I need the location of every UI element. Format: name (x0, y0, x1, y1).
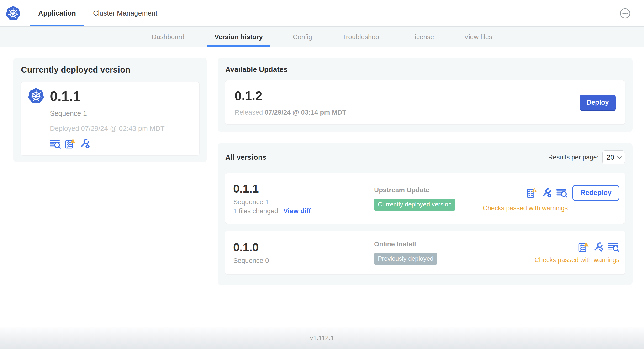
deployed-timestamp: Deployed 07/29/24 @ 02:43 pm MDT (50, 124, 193, 132)
app-icon (28, 87, 45, 105)
version-row-0-1-0: 0.1.0 Sequence 0 Online Install Previous… (225, 230, 626, 274)
currently-deployed-badge: Currently deployed version (374, 198, 456, 210)
subtab-config[interactable]: Config (286, 27, 319, 47)
config-wrench-icon[interactable] (593, 242, 604, 252)
row-sequence: Sequence 1 (233, 198, 374, 206)
currently-deployed-card: Currently deployed version 0.1.1 Sequenc… (13, 58, 207, 162)
diff-icon[interactable] (608, 242, 620, 252)
deployed-version-number: 0.1.1 (50, 88, 81, 104)
all-versions-title: All versions (225, 153, 266, 161)
right-column: Available Updates 0.1.2 Released 07/29/2… (218, 58, 632, 285)
view-diff-link[interactable]: View diff (283, 207, 311, 215)
results-per-page-value: 20 (606, 154, 614, 161)
results-per-page-select[interactable]: 20 (602, 150, 625, 164)
version-source: Online Install (374, 240, 534, 248)
config-wrench-icon[interactable] (541, 188, 552, 198)
diff-icon[interactable] (556, 188, 568, 198)
checks-status-link[interactable]: Checks passed with warnings (483, 204, 568, 212)
deployed-sequence: Sequence 1 (50, 110, 193, 118)
preflight-checks-warning-icon[interactable] (65, 138, 76, 149)
row-version-number: 0.1.0 (233, 241, 374, 254)
files-changed-label: 1 files changed (233, 207, 278, 215)
subtab-view-files[interactable]: View files (457, 27, 500, 47)
currently-deployed-title: Currently deployed version (21, 65, 199, 74)
update-row: 0.1.2 Released 07/29/24 @ 03:14 pm MDT D… (225, 80, 626, 124)
available-updates-title: Available Updates (225, 66, 625, 74)
footer: v1.112.1 (0, 327, 644, 349)
version-row-0-1-1: 0.1.1 Sequence 1 1 files changed View di… (225, 173, 626, 224)
console-version: v1.112.1 (310, 334, 334, 342)
main-content: Currently deployed version 0.1.1 Sequenc… (0, 47, 644, 327)
top-nav: Application Cluster Management (0, 0, 644, 27)
released-timestamp: 07/29/24 @ 03:14 pm MDT (265, 108, 346, 116)
sub-nav: Dashboard Version history Config Trouble… (0, 27, 644, 47)
available-updates-card: Available Updates 0.1.2 Released 07/29/2… (218, 58, 632, 132)
preflight-checks-warning-icon[interactable] (578, 242, 589, 252)
deploy-button[interactable]: Deploy (580, 94, 616, 110)
all-versions-card: All versions Results per page: 20 0.1.1 … (218, 143, 632, 285)
tab-application[interactable]: Application (30, 0, 84, 26)
row-sequence: Sequence 0 (233, 257, 374, 264)
diff-icon[interactable] (50, 139, 61, 149)
config-wrench-icon[interactable] (80, 138, 90, 149)
subtab-license[interactable]: License (404, 27, 441, 47)
row-version-number: 0.1.1 (233, 182, 374, 195)
deployed-version-card: 0.1.1 Sequence 1 Deployed 07/29/24 @ 02:… (20, 82, 200, 156)
ellipsis-menu-icon[interactable] (620, 8, 631, 19)
subtab-version-history[interactable]: Version history (208, 27, 270, 47)
checks-status-link[interactable]: Checks passed with warnings (534, 256, 620, 264)
redeploy-button[interactable]: Redeploy (572, 185, 620, 201)
preflight-checks-warning-icon[interactable] (526, 188, 537, 198)
chevron-down-icon (617, 156, 622, 159)
subtab-troubleshoot[interactable]: Troubleshoot (335, 27, 388, 47)
previously-deployed-badge: Previously deployed (374, 253, 437, 265)
tab-cluster-management[interactable]: Cluster Management (84, 0, 166, 26)
update-released-line: Released 07/29/24 @ 03:14 pm MDT (235, 108, 346, 116)
results-per-page-label: Results per page: (548, 154, 599, 161)
page: Application Cluster Management Dashboard… (0, 0, 644, 349)
subtab-dashboard[interactable]: Dashboard (145, 27, 192, 47)
app-tabs: Application Cluster Management (30, 0, 166, 26)
version-source: Upstream Update (374, 186, 483, 194)
kubernetes-logo-icon (5, 5, 21, 22)
update-version-number: 0.1.2 (235, 88, 346, 103)
released-label: Released (235, 108, 263, 116)
